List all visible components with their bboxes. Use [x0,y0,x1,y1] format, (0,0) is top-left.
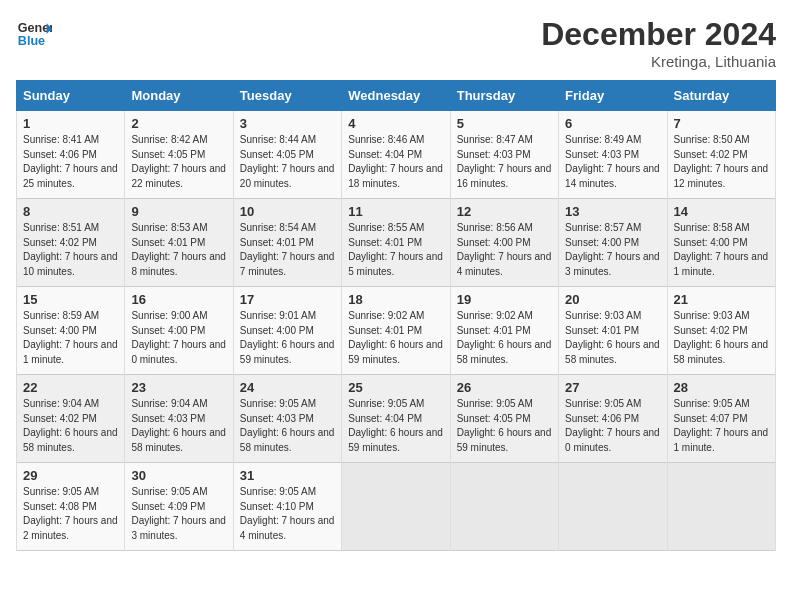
title-block: December 2024 Kretinga, Lithuania [541,16,776,70]
cell-info: Sunrise: 8:42 AMSunset: 4:05 PMDaylight:… [131,133,226,191]
day-number: 10 [240,204,335,219]
cell-info: Sunrise: 9:02 AMSunset: 4:01 PMDaylight:… [457,309,552,367]
day-number: 21 [674,292,769,307]
day-number: 19 [457,292,552,307]
header-sunday: Sunday [17,81,125,111]
day-number: 11 [348,204,443,219]
calendar-cell: 8Sunrise: 8:51 AMSunset: 4:02 PMDaylight… [17,199,125,287]
calendar-cell: 31Sunrise: 9:05 AMSunset: 4:10 PMDayligh… [233,463,341,551]
calendar-cell: 14Sunrise: 8:58 AMSunset: 4:00 PMDayligh… [667,199,775,287]
calendar-cell: 28Sunrise: 9:05 AMSunset: 4:07 PMDayligh… [667,375,775,463]
svg-text:Blue: Blue [18,34,45,48]
cell-info: Sunrise: 9:05 AMSunset: 4:09 PMDaylight:… [131,485,226,543]
day-number: 23 [131,380,226,395]
cell-info: Sunrise: 9:05 AMSunset: 4:10 PMDaylight:… [240,485,335,543]
day-number: 9 [131,204,226,219]
cell-info: Sunrise: 9:04 AMSunset: 4:03 PMDaylight:… [131,397,226,455]
calendar-week-1: 1Sunrise: 8:41 AMSunset: 4:06 PMDaylight… [17,111,776,199]
calendar-cell [667,463,775,551]
calendar-cell: 17Sunrise: 9:01 AMSunset: 4:00 PMDayligh… [233,287,341,375]
calendar-cell [342,463,450,551]
day-number: 2 [131,116,226,131]
calendar-cell: 13Sunrise: 8:57 AMSunset: 4:00 PMDayligh… [559,199,667,287]
cell-info: Sunrise: 8:53 AMSunset: 4:01 PMDaylight:… [131,221,226,279]
calendar-cell: 26Sunrise: 9:05 AMSunset: 4:05 PMDayligh… [450,375,558,463]
page-header: General Blue December 2024 Kretinga, Lit… [16,16,776,70]
cell-info: Sunrise: 8:55 AMSunset: 4:01 PMDaylight:… [348,221,443,279]
day-number: 15 [23,292,118,307]
calendar-cell: 6Sunrise: 8:49 AMSunset: 4:03 PMDaylight… [559,111,667,199]
calendar-cell: 19Sunrise: 9:02 AMSunset: 4:01 PMDayligh… [450,287,558,375]
calendar-cell: 12Sunrise: 8:56 AMSunset: 4:00 PMDayligh… [450,199,558,287]
month-title: December 2024 [541,16,776,53]
cell-info: Sunrise: 8:46 AMSunset: 4:04 PMDaylight:… [348,133,443,191]
calendar-cell: 9Sunrise: 8:53 AMSunset: 4:01 PMDaylight… [125,199,233,287]
calendar-cell: 15Sunrise: 8:59 AMSunset: 4:00 PMDayligh… [17,287,125,375]
header-thursday: Thursday [450,81,558,111]
calendar-cell: 2Sunrise: 8:42 AMSunset: 4:05 PMDaylight… [125,111,233,199]
day-number: 22 [23,380,118,395]
day-number: 5 [457,116,552,131]
cell-info: Sunrise: 9:00 AMSunset: 4:00 PMDaylight:… [131,309,226,367]
calendar-cell: 22Sunrise: 9:04 AMSunset: 4:02 PMDayligh… [17,375,125,463]
calendar-cell: 27Sunrise: 9:05 AMSunset: 4:06 PMDayligh… [559,375,667,463]
header-wednesday: Wednesday [342,81,450,111]
header-monday: Monday [125,81,233,111]
calendar-week-3: 15Sunrise: 8:59 AMSunset: 4:00 PMDayligh… [17,287,776,375]
header-tuesday: Tuesday [233,81,341,111]
cell-info: Sunrise: 9:02 AMSunset: 4:01 PMDaylight:… [348,309,443,367]
cell-info: Sunrise: 8:58 AMSunset: 4:00 PMDaylight:… [674,221,769,279]
cell-info: Sunrise: 9:05 AMSunset: 4:06 PMDaylight:… [565,397,660,455]
day-number: 16 [131,292,226,307]
day-number: 7 [674,116,769,131]
calendar-cell: 16Sunrise: 9:00 AMSunset: 4:00 PMDayligh… [125,287,233,375]
calendar-cell: 4Sunrise: 8:46 AMSunset: 4:04 PMDaylight… [342,111,450,199]
calendar-cell: 25Sunrise: 9:05 AMSunset: 4:04 PMDayligh… [342,375,450,463]
calendar-cell: 24Sunrise: 9:05 AMSunset: 4:03 PMDayligh… [233,375,341,463]
day-number: 6 [565,116,660,131]
weekday-header-row: Sunday Monday Tuesday Wednesday Thursday… [17,81,776,111]
calendar-week-4: 22Sunrise: 9:04 AMSunset: 4:02 PMDayligh… [17,375,776,463]
cell-info: Sunrise: 8:56 AMSunset: 4:00 PMDaylight:… [457,221,552,279]
day-number: 27 [565,380,660,395]
calendar-cell: 23Sunrise: 9:04 AMSunset: 4:03 PMDayligh… [125,375,233,463]
day-number: 4 [348,116,443,131]
day-number: 24 [240,380,335,395]
cell-info: Sunrise: 8:57 AMSunset: 4:00 PMDaylight:… [565,221,660,279]
calendar-cell: 11Sunrise: 8:55 AMSunset: 4:01 PMDayligh… [342,199,450,287]
calendar-cell: 30Sunrise: 9:05 AMSunset: 4:09 PMDayligh… [125,463,233,551]
day-number: 13 [565,204,660,219]
calendar-cell: 10Sunrise: 8:54 AMSunset: 4:01 PMDayligh… [233,199,341,287]
calendar-cell [559,463,667,551]
calendar-cell: 29Sunrise: 9:05 AMSunset: 4:08 PMDayligh… [17,463,125,551]
day-number: 29 [23,468,118,483]
calendar-cell: 1Sunrise: 8:41 AMSunset: 4:06 PMDaylight… [17,111,125,199]
calendar-week-2: 8Sunrise: 8:51 AMSunset: 4:02 PMDaylight… [17,199,776,287]
day-number: 31 [240,468,335,483]
cell-info: Sunrise: 9:05 AMSunset: 4:05 PMDaylight:… [457,397,552,455]
calendar-week-5: 29Sunrise: 9:05 AMSunset: 4:08 PMDayligh… [17,463,776,551]
cell-info: Sunrise: 9:05 AMSunset: 4:04 PMDaylight:… [348,397,443,455]
day-number: 18 [348,292,443,307]
cell-info: Sunrise: 8:50 AMSunset: 4:02 PMDaylight:… [674,133,769,191]
day-number: 1 [23,116,118,131]
cell-info: Sunrise: 8:49 AMSunset: 4:03 PMDaylight:… [565,133,660,191]
cell-info: Sunrise: 9:05 AMSunset: 4:08 PMDaylight:… [23,485,118,543]
cell-info: Sunrise: 9:04 AMSunset: 4:02 PMDaylight:… [23,397,118,455]
day-number: 8 [23,204,118,219]
cell-info: Sunrise: 9:05 AMSunset: 4:03 PMDaylight:… [240,397,335,455]
calendar-table: Sunday Monday Tuesday Wednesday Thursday… [16,80,776,551]
cell-info: Sunrise: 8:44 AMSunset: 4:05 PMDaylight:… [240,133,335,191]
calendar-cell: 21Sunrise: 9:03 AMSunset: 4:02 PMDayligh… [667,287,775,375]
calendar-cell: 5Sunrise: 8:47 AMSunset: 4:03 PMDaylight… [450,111,558,199]
cell-info: Sunrise: 9:01 AMSunset: 4:00 PMDaylight:… [240,309,335,367]
cell-info: Sunrise: 8:54 AMSunset: 4:01 PMDaylight:… [240,221,335,279]
header-saturday: Saturday [667,81,775,111]
day-number: 25 [348,380,443,395]
day-number: 28 [674,380,769,395]
day-number: 20 [565,292,660,307]
cell-info: Sunrise: 8:41 AMSunset: 4:06 PMDaylight:… [23,133,118,191]
day-number: 26 [457,380,552,395]
cell-info: Sunrise: 9:05 AMSunset: 4:07 PMDaylight:… [674,397,769,455]
calendar-cell: 3Sunrise: 8:44 AMSunset: 4:05 PMDaylight… [233,111,341,199]
